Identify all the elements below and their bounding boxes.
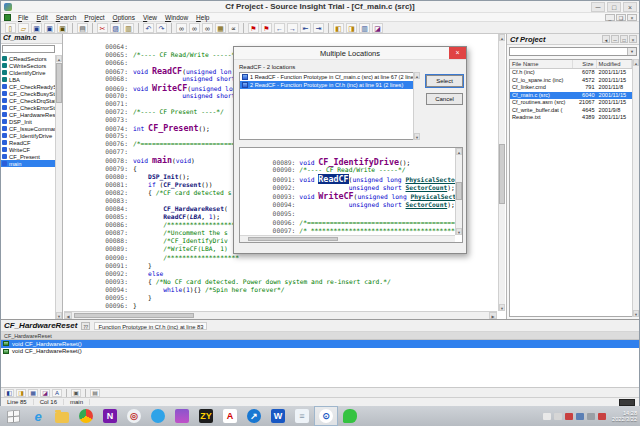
00064:[interactable]: 00064:	[64, 35, 497, 43]
find-previous-icon[interactable]: ∞	[189, 23, 200, 33]
save-copy-icon[interactable]: ▣	[57, 23, 68, 33]
symbol-item[interactable]: CReadSectors	[1, 55, 57, 62]
symbol-item[interactable]: CIdentifyDrive	[1, 69, 57, 76]
flag-clear-icon[interactable]: ⚑	[261, 23, 272, 33]
taskbar-clock[interactable]: 14:28 2022/3/22	[609, 410, 637, 423]
menu-item[interactable]: Help	[192, 14, 213, 21]
panel-maximize-button[interactable]: □	[620, 35, 628, 43]
Cf_write_buffer.dat ([interactable]: Cf_write_buffer.dat (46452001/9/8	[510, 107, 632, 115]
toolbar-icon[interactable]	[92, 23, 93, 33]
project-window-icon[interactable]: ◨	[346, 23, 357, 33]
toolbar-icon[interactable]	[243, 23, 244, 33]
zy-app-icon[interactable]: ZY	[194, 406, 218, 426]
jump-next-icon[interactable]: ⇥	[313, 23, 324, 33]
undo-icon[interactable]: ↶	[143, 23, 154, 33]
jump-prev-icon[interactable]: ⇤	[300, 23, 311, 33]
word-icon[interactable]: W	[266, 406, 290, 426]
file-table-header[interactable]: File NameSizeModified	[510, 60, 632, 69]
cut-icon[interactable]: ✂	[97, 23, 108, 33]
menu-item[interactable]: File	[14, 14, 33, 21]
properties-icon[interactable]: ▤	[90, 389, 100, 397]
mdi-minimize-button[interactable]: _	[605, 14, 615, 21]
flag-set-icon[interactable]: ⚑	[248, 23, 259, 33]
tray-volume-icon[interactable]	[587, 413, 595, 420]
adobe-reader-icon[interactable]: A	[218, 406, 242, 426]
close-button[interactable]: ×	[623, 2, 637, 12]
mdi-restore-button[interactable]: ❏	[616, 14, 626, 21]
chrome-icon[interactable]	[74, 406, 98, 426]
paste-icon[interactable]: ▥	[123, 23, 134, 33]
toolbar-icon[interactable]	[328, 23, 329, 33]
list-item[interactable]: void CF_HardwareReset()	[1, 348, 639, 356]
find-icon[interactable]: ∞	[176, 23, 187, 33]
save-icon[interactable]: ▣	[31, 23, 42, 33]
symbol-item[interactable]: CF_IssueCommand	[1, 125, 57, 132]
symbol-item[interactable]: CWriteSectors	[1, 62, 57, 69]
dialog-title-bar[interactable]: Multiple Locations ×	[234, 47, 466, 60]
menu-item[interactable]: Window	[161, 14, 192, 21]
Readme.txt[interactable]: Readme.txt43892001/11/15	[510, 114, 632, 122]
onenote-icon[interactable]: N	[98, 406, 122, 426]
symbol-item[interactable]: CF_CheckReadySta	[1, 83, 57, 90]
tray-network-icon[interactable]	[598, 413, 606, 420]
symbol-item[interactable]: DSP_Init	[1, 118, 57, 125]
cancel-button[interactable]: Cancel	[426, 93, 463, 105]
toolbar-icon[interactable]	[171, 23, 172, 33]
Cf_linker.cmd[interactable]: Cf_linker.cmd7912001/11/8	[510, 84, 632, 92]
panel-minimize-button[interactable]: ─	[611, 35, 619, 43]
winrar-icon[interactable]	[170, 406, 194, 426]
notepad-icon[interactable]: ≡	[290, 406, 314, 426]
symbol-item[interactable]: LBA	[1, 76, 57, 83]
list-item[interactable]: void CF_HardwareReset()	[1, 340, 639, 348]
menu-item[interactable]: Project	[80, 14, 108, 21]
mdi-child-icon[interactable]	[4, 14, 11, 21]
symbol-item[interactable]: CF_Present	[1, 153, 57, 160]
preview-vertical-scrollbar[interactable]: ▲ ▼	[455, 148, 462, 235]
menu-item[interactable]: Edit	[33, 14, 52, 21]
tray-alert-icon[interactable]	[565, 413, 573, 420]
search-tool-icon[interactable]: ◎	[122, 406, 146, 426]
symbol-item[interactable]: main	[1, 160, 57, 167]
open-file-icon[interactable]: ▱	[18, 23, 29, 33]
Cf_io_spare.inc (inc)[interactable]: Cf_io_spare.inc (inc)45722001/11/15	[510, 77, 632, 85]
symbol-filter-input[interactable]	[2, 45, 55, 53]
symbol-item[interactable]: WriteCF	[1, 146, 57, 153]
select-button[interactable]: Select	[426, 75, 463, 87]
Cf_main.c (src)[interactable]: Cf_main.c (src)60402001/11/15	[510, 92, 632, 100]
Cf.h (inc)[interactable]: Cf.h (inc)60782001/11/15	[510, 69, 632, 77]
find-next-icon[interactable]: ∞	[202, 23, 213, 33]
panel-close-button[interactable]: ×	[629, 35, 637, 43]
rename-icon[interactable]: A	[52, 389, 62, 397]
editor-vertical-scrollbar[interactable]: ▲ ▼	[498, 34, 505, 311]
context-window-icon[interactable]: ◨	[16, 389, 26, 397]
project-list-scrollbar[interactable]: ▲ ▼	[632, 59, 639, 317]
symbol-item[interactable]: CF_CheckErrorSta	[1, 104, 57, 111]
location-item[interactable]: 2 ReadCF - Function Prototype in Cf.h (i…	[240, 81, 416, 89]
search-project-icon[interactable]: ▦	[215, 23, 226, 33]
toolbar-icon[interactable]	[72, 23, 73, 33]
toolbar-icon[interactable]	[85, 389, 86, 397]
location-item[interactable]: 1 ReadCF - Function Prototype in Cf_main…	[240, 73, 416, 81]
wechat-icon[interactable]	[338, 406, 362, 426]
menu-item[interactable]: Search	[52, 14, 81, 21]
ie-icon[interactable]: e	[26, 406, 50, 426]
Cf_routines.asm (src)[interactable]: Cf_routines.asm (src)210672001/11/15	[510, 99, 632, 107]
symbol-item[interactable]: ReadCF	[1, 139, 57, 146]
go-back-icon[interactable]: ←	[274, 23, 285, 33]
toolbar-icon[interactable]	[138, 23, 139, 33]
browse-icon[interactable]: ◪	[40, 389, 50, 397]
symbol-item[interactable]: CF_CheckBusyStat	[1, 90, 57, 97]
mdi-close-button[interactable]: ×	[627, 14, 637, 21]
browser-360-icon[interactable]	[146, 406, 170, 426]
location-preview-pane[interactable]: 00089:void CF_IdentifyDrive(); 00090:/*-…	[239, 147, 463, 243]
project-file-combobox[interactable]: ▼	[509, 47, 637, 56]
dialog-close-button[interactable]: ×	[449, 47, 466, 59]
chevron-up-icon[interactable]	[554, 413, 562, 420]
symbol-item[interactable]: CF_HardwareReset	[1, 111, 57, 118]
title-bar[interactable]: Cf Project - Source Insight Trial - [Cf_…	[1, 1, 639, 13]
symbol-window-icon[interactable]: ◧	[333, 23, 344, 33]
menu-item[interactable]: View	[139, 14, 161, 21]
chevron-down-icon[interactable]: ▼	[627, 48, 636, 55]
new-file-icon[interactable]: ▯	[5, 23, 16, 33]
editor-horizontal-scrollbar[interactable]: ◀ ▶	[64, 311, 497, 319]
